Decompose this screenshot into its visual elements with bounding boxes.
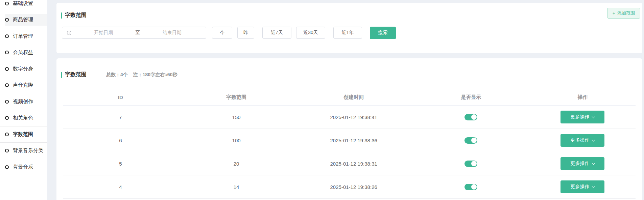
cell-created-time: 2025-01-12 19:38:26 — [295, 184, 412, 190]
table-row: 7 150 2025-01-12 19:38:41 更多操作 — [63, 106, 636, 129]
quick-last1year-button[interactable]: 近1年 — [333, 27, 362, 39]
quick-today-button[interactable]: 今 — [212, 27, 232, 39]
table-row: 5 20 2025-01-12 19:38:31 更多操作 — [63, 152, 636, 175]
sidebar-item-order-management[interactable]: 订单管理 — [0, 28, 47, 45]
table-row: 6 100 2025-01-12 19:38:36 更多操作 — [63, 129, 636, 152]
sidebar-item-word-count-range[interactable]: 字数范围 — [0, 126, 47, 143]
sidebar-item-label: 数字分身 — [13, 66, 33, 72]
cell-id: 7 — [63, 114, 178, 120]
sidebar-item-label: 会员权益 — [13, 49, 33, 56]
clock-icon — [67, 30, 72, 35]
circle-icon — [5, 2, 9, 5]
cell-word-range: 100 — [178, 138, 295, 143]
header-visibility: 是否显示 — [412, 94, 530, 101]
quick-last7days-button[interactable]: 近7天 — [262, 27, 291, 39]
sidebar-item-label: 背景音乐 — [13, 164, 33, 170]
sidebar-item-basic-settings[interactable]: 基础设置 — [0, 0, 47, 12]
chevron-down-icon — [592, 161, 595, 165]
sidebar-item-bgm[interactable]: 背景音乐 — [0, 159, 47, 175]
chevron-down-icon — [592, 184, 595, 188]
note-label: 注：180字左右≈60秒 — [133, 72, 177, 78]
cell-id: 4 — [63, 184, 178, 190]
title-accent-bar — [61, 72, 62, 78]
more-actions-label: 更多操作 — [570, 184, 589, 190]
visibility-toggle[interactable] — [464, 114, 477, 120]
filter-card-header: 字数范围 — [61, 12, 87, 19]
circle-icon — [5, 34, 9, 38]
total-count-label: 总数：4个 — [106, 72, 128, 78]
sidebar-item-voice-clone[interactable]: 声音克隆 — [0, 77, 47, 94]
add-range-label: 添加范围 — [617, 10, 635, 16]
filter-controls: 开始日期 至 结束日期 今 昨 近7天 近30天 近1年 搜索 — [62, 27, 396, 39]
sidebar-item-bgm-category[interactable]: 背景音乐分类 — [0, 143, 47, 159]
sidebar: 基础设置 商品管理 订单管理 会员权益 数字分身 声音克隆 视频创作 相关角色 — [0, 0, 47, 200]
chevron-down-icon — [592, 115, 595, 118]
chevron-down-icon — [592, 138, 595, 141]
cell-created-time: 2025-01-12 19:38:31 — [295, 161, 412, 167]
circle-icon — [5, 149, 9, 152]
table-card-title: 字数范围 — [65, 71, 87, 78]
filter-card: 字数范围 开始日期 至 结束日期 今 昨 近7天 近30天 近1年 搜索 + 添… — [56, 3, 642, 53]
visibility-toggle[interactable] — [464, 161, 477, 167]
sidebar-item-label: 商品管理 — [13, 17, 33, 23]
date-range-input[interactable]: 开始日期 至 结束日期 — [62, 27, 206, 39]
circle-icon — [5, 165, 9, 169]
quick-yesterday-button[interactable]: 昨 — [237, 27, 254, 39]
circle-icon — [5, 100, 9, 104]
sidebar-item-product-management[interactable]: 商品管理 — [0, 12, 47, 28]
visibility-toggle[interactable] — [464, 137, 477, 144]
sidebar-item-digital-avatar[interactable]: 数字分身 — [0, 61, 47, 77]
table-card-header: 字数范围 总数：4个 注：180字左右≈60秒 — [61, 71, 177, 78]
header-created-time: 创建时间 — [295, 94, 412, 101]
header-id: ID — [63, 94, 178, 100]
circle-icon — [5, 133, 9, 136]
sidebar-item-member-benefits[interactable]: 会员权益 — [0, 45, 47, 61]
cell-created-time: 2025-01-12 19:38:41 — [295, 114, 412, 120]
cell-word-range: 14 — [178, 184, 295, 190]
more-actions-button[interactable]: 更多操作 — [560, 134, 604, 147]
sidebar-item-label: 订单管理 — [13, 33, 33, 39]
more-actions-label: 更多操作 — [570, 114, 589, 120]
sidebar-item-label: 相关角色 — [13, 115, 33, 121]
cell-word-range: 150 — [178, 114, 295, 120]
table-note: 总数：4个 注：180字左右≈60秒 — [106, 72, 177, 78]
table-card: 字数范围 总数：4个 注：180字左右≈60秒 ID 字数范围 创建时间 是否显… — [56, 58, 642, 200]
more-actions-button[interactable]: 更多操作 — [560, 157, 604, 170]
plus-icon: + — [613, 11, 615, 16]
sidebar-item-label: 字数范围 — [13, 131, 33, 138]
header-word-range: 字数范围 — [178, 94, 295, 101]
more-actions-label: 更多操作 — [570, 161, 589, 167]
add-range-button[interactable]: + 添加范围 — [607, 8, 640, 19]
header-actions: 操作 — [530, 94, 636, 101]
cell-id: 5 — [63, 161, 178, 167]
date-range-separator: 至 — [134, 30, 142, 36]
data-table: ID 字数范围 创建时间 是否显示 操作 7 150 2025-01-12 19… — [63, 89, 636, 199]
table-row: 4 14 2025-01-12 19:38:26 更多操作 — [63, 175, 636, 199]
end-date-placeholder[interactable]: 结束日期 — [142, 30, 203, 36]
title-accent-bar — [61, 12, 62, 19]
sidebar-item-label: 背景音乐分类 — [13, 147, 43, 154]
sidebar-item-related-roles[interactable]: 相关角色 — [0, 110, 47, 126]
cell-created-time: 2025-01-12 19:38:36 — [295, 138, 412, 143]
circle-icon — [5, 67, 9, 71]
circle-icon — [5, 51, 9, 54]
table-header-row: ID 字数范围 创建时间 是否显示 操作 — [63, 89, 636, 106]
sidebar-item-label: 声音克隆 — [13, 82, 33, 88]
start-date-placeholder[interactable]: 开始日期 — [73, 30, 134, 36]
cell-word-range: 20 — [178, 161, 295, 167]
circle-icon — [5, 83, 9, 87]
circle-icon — [5, 116, 9, 120]
circle-icon — [5, 18, 9, 22]
more-actions-label: 更多操作 — [570, 137, 589, 143]
cell-id: 6 — [63, 138, 178, 143]
sidebar-menu: 基础设置 商品管理 订单管理 会员权益 数字分身 声音克隆 视频创作 相关角色 — [0, 0, 47, 175]
sidebar-item-label: 视频创作 — [13, 98, 33, 105]
more-actions-button[interactable]: 更多操作 — [560, 111, 604, 123]
filter-card-title: 字数范围 — [65, 12, 87, 19]
visibility-toggle[interactable] — [464, 184, 477, 190]
more-actions-button[interactable]: 更多操作 — [560, 180, 604, 193]
quick-last30days-button[interactable]: 近30天 — [296, 27, 325, 39]
search-button[interactable]: 搜索 — [370, 27, 396, 39]
sidebar-item-label: 基础设置 — [13, 0, 33, 7]
sidebar-item-video-creation[interactable]: 视频创作 — [0, 93, 47, 110]
